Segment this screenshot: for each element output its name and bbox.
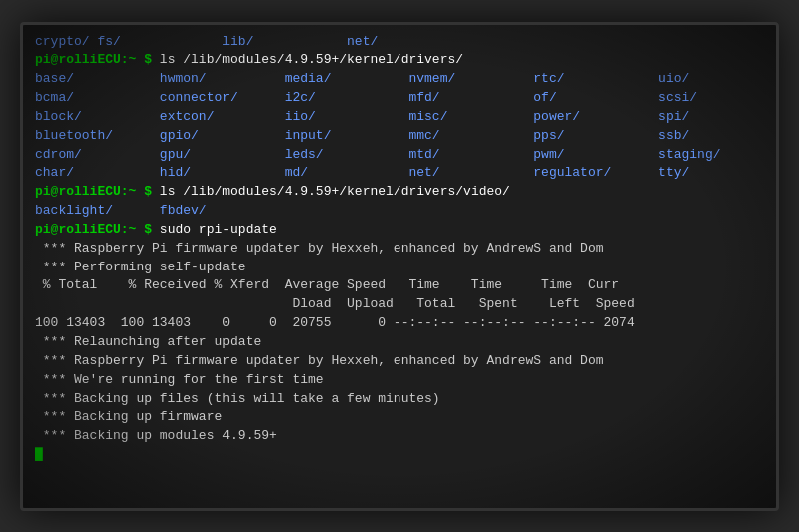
output-line: *** Raspberry Pi firmware updater by Hex…	[35, 353, 604, 368]
output-line: *** Backing up firmware	[35, 409, 222, 424]
dir-line: block/ extcon/ iio/ misc/ power/ spi/ vi…	[35, 109, 776, 124]
output-line: % Total % Received % Xferd Average Speed…	[35, 277, 619, 292]
terminal-window[interactable]: crypto/ fs/ lib/ net/ pi@rolliECU:~ $ ls…	[23, 25, 776, 508]
output-line: *** Performing self-update	[35, 260, 246, 274]
dir-line: char/ hid/ md/ net/ regulator/ tty/	[35, 165, 689, 180]
dir-line: bcma/ connector/ i2c/ mfd/ of/ scsi/ usb…	[35, 90, 776, 105]
terminal-container: crypto/ fs/ lib/ net/ pi@rolliECU:~ $ ls…	[23, 25, 776, 508]
cursor: █	[35, 447, 43, 462]
output-line: Dload Upload Total Spent Left Speed	[35, 296, 635, 311]
prompt: pi@rolliECU:~ $	[35, 52, 160, 67]
output-line: *** Backing up files (this will take a f…	[35, 391, 440, 406]
output-line: *** Relaunching after update	[35, 334, 261, 349]
output-line: *** We're running for the first time	[35, 372, 324, 387]
prompt: pi@rolliECU:~ $	[35, 184, 160, 199]
output-line: *** Backing up modules 4.9.59+	[35, 428, 277, 443]
command: ls /lib/modules/4.9.59+/kernel/drivers/v…	[160, 184, 510, 199]
dir-line: cdrom/ gpu/ leds/ mtd/ pwm/ staging/ wat…	[35, 147, 776, 162]
output-line: 100 13403 100 13403 0 0 20755 0 --:--:--…	[35, 315, 635, 330]
command: ls /lib/modules/4.9.59+/kernel/drivers/	[160, 52, 463, 67]
dir-line: base/ hwmon/ media/ nvmem/ rtc/ uio/	[35, 71, 689, 86]
command: sudo rpi-update	[160, 222, 277, 237]
dir-line: bluetooth/ gpio/ input/ mmc/ pps/ ssb/ w…	[35, 128, 776, 143]
dir-line: crypto/ fs/ lib/ net/	[35, 34, 378, 49]
prompt: pi@rolliECU:~ $	[35, 222, 160, 237]
dir-line: backlight/ fbdev/	[35, 203, 207, 218]
monitor-frame: crypto/ fs/ lib/ net/ pi@rolliECU:~ $ ls…	[20, 22, 779, 511]
output-line: *** Raspberry Pi firmware updater by Hex…	[35, 241, 604, 256]
